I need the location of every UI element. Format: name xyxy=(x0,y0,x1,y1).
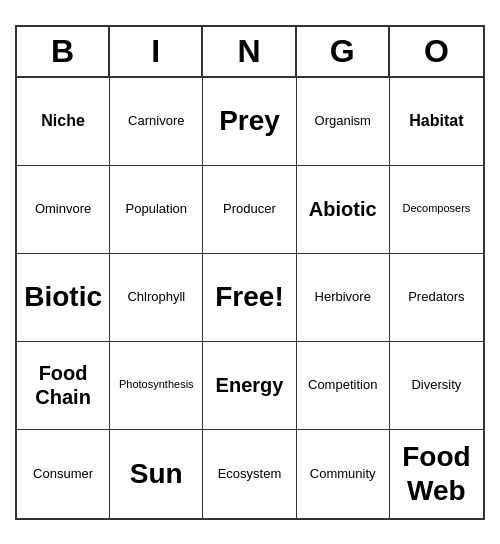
bingo-cell: Energy xyxy=(203,342,296,430)
header-letter: I xyxy=(110,27,203,76)
header-letter: N xyxy=(203,27,296,76)
bingo-cell: Free! xyxy=(203,254,296,342)
bingo-cell: Abiotic xyxy=(297,166,390,254)
bingo-cell: Chlrophyll xyxy=(110,254,203,342)
bingo-cell: Prey xyxy=(203,78,296,166)
bingo-card: BINGO NicheCarnivorePreyOrganismHabitatO… xyxy=(15,25,485,520)
bingo-cell: Ominvore xyxy=(17,166,110,254)
header-letter: O xyxy=(390,27,483,76)
bingo-header: BINGO xyxy=(17,27,483,78)
bingo-grid: NicheCarnivorePreyOrganismHabitatOminvor… xyxy=(17,78,483,518)
bingo-cell: Food Web xyxy=(390,430,483,518)
bingo-cell: Niche xyxy=(17,78,110,166)
bingo-cell: Competition xyxy=(297,342,390,430)
bingo-cell: Predators xyxy=(390,254,483,342)
bingo-cell: Community xyxy=(297,430,390,518)
bingo-cell: Sun xyxy=(110,430,203,518)
bingo-cell: Organism xyxy=(297,78,390,166)
bingo-cell: Habitat xyxy=(390,78,483,166)
header-letter: B xyxy=(17,27,110,76)
bingo-cell: Food Chain xyxy=(17,342,110,430)
bingo-cell: Consumer xyxy=(17,430,110,518)
bingo-cell: Ecosystem xyxy=(203,430,296,518)
bingo-cell: Decomposers xyxy=(390,166,483,254)
bingo-cell: Biotic xyxy=(17,254,110,342)
bingo-cell: Diversity xyxy=(390,342,483,430)
bingo-cell: Carnivore xyxy=(110,78,203,166)
bingo-cell: Photosynthesis xyxy=(110,342,203,430)
bingo-cell: Producer xyxy=(203,166,296,254)
bingo-cell: Herbivore xyxy=(297,254,390,342)
header-letter: G xyxy=(297,27,390,76)
bingo-cell: Population xyxy=(110,166,203,254)
